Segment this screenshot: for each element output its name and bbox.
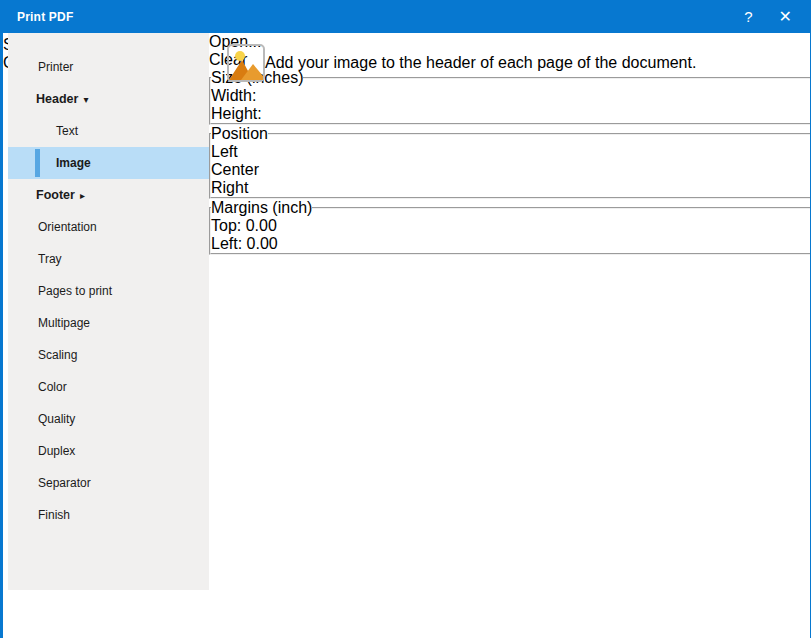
- sidebar-item-label: Header: [8, 92, 78, 106]
- height-label: Height:: [211, 105, 262, 122]
- image-icon: [227, 44, 265, 82]
- sidebar-item-label: Multipage: [8, 316, 90, 330]
- chevron-down-icon: ▾: [83, 94, 88, 105]
- sidebar-item-scaling[interactable]: Scaling: [8, 339, 209, 371]
- sidebar-item-text[interactable]: Text: [8, 115, 209, 147]
- close-icon[interactable]: ✕: [779, 9, 792, 25]
- sidebar-item-tray[interactable]: Tray: [8, 243, 209, 275]
- sidebar-item-separator[interactable]: Separator: [8, 467, 209, 499]
- sidebar-item-label: Tray: [8, 252, 62, 266]
- main-content: Add your image to the header of each pag…: [209, 33, 811, 590]
- title-bar: Print PDF ? ✕: [0, 0, 811, 33]
- margins-group: Margins (inch) Top: 0.00 Left: 0.00: [209, 199, 811, 255]
- sidebar-item-label: Footer: [8, 188, 75, 202]
- position-group-legend: Position: [211, 125, 268, 143]
- sidebar-item-label: Separator: [8, 476, 91, 490]
- sidebar-item-label: Image: [8, 156, 91, 170]
- margin-left-value: 0.00: [247, 235, 278, 252]
- sidebar-section-header[interactable]: Header ▾: [8, 83, 209, 115]
- position-right-label: Right: [211, 179, 248, 196]
- sidebar-item-pages-to-print[interactable]: Pages to print: [8, 275, 209, 307]
- width-label: Width:: [211, 87, 256, 104]
- position-center-label: Center: [211, 161, 259, 178]
- sidebar-item-multipage[interactable]: Multipage: [8, 307, 209, 339]
- sidebar-item-label: Printer: [8, 60, 73, 74]
- sidebar-item-quality[interactable]: Quality: [8, 403, 209, 435]
- margin-top-label: Top:: [211, 217, 241, 234]
- margin-top-value: 0.00: [246, 217, 277, 234]
- margin-top-stepper[interactable]: 0.00: [246, 217, 277, 234]
- sidebar-item-label: Scaling: [8, 348, 77, 362]
- sidebar-item-finish[interactable]: Finish: [8, 499, 209, 531]
- margin-left-stepper[interactable]: 0.00: [247, 235, 278, 252]
- position-center-button[interactable]: Center: [211, 161, 811, 179]
- sidebar-item-label: Duplex: [8, 444, 75, 458]
- position-group: Position Left Center Right: [209, 125, 811, 199]
- sidebar-item-label: Finish: [8, 508, 70, 522]
- page-title: Add your image to the header of each pag…: [265, 54, 696, 72]
- sidebar-item-label: Orientation: [8, 220, 97, 234]
- sidebar-nav: Printer Header ▾ Text Image Footer ▸ Ori…: [8, 33, 209, 590]
- position-left-button[interactable]: Left: [211, 143, 811, 161]
- position-right-button[interactable]: Right: [211, 179, 811, 197]
- sidebar-item-label: Quality: [8, 412, 75, 426]
- window-title: Print PDF: [0, 10, 73, 24]
- print-pdf-dialog: Print PDF ? ✕ Printer Header ▾ Text Imag…: [0, 0, 811, 638]
- sidebar-item-image[interactable]: Image: [8, 147, 209, 179]
- chevron-right-icon: ▸: [80, 190, 85, 201]
- sidebar-item-label: Pages to print: [8, 284, 112, 298]
- sidebar-item-printer[interactable]: Printer: [8, 51, 209, 83]
- sidebar-item-duplex[interactable]: Duplex: [8, 435, 209, 467]
- sidebar-section-footer[interactable]: Footer ▸: [8, 179, 209, 211]
- margin-left-label: Left:: [211, 235, 242, 252]
- margins-group-legend: Margins (inch): [211, 199, 312, 217]
- position-left-label: Left: [211, 143, 238, 160]
- help-icon[interactable]: ?: [744, 9, 752, 24]
- sidebar-item-color[interactable]: Color: [8, 371, 209, 403]
- sidebar-item-label: Text: [8, 124, 78, 138]
- sidebar-item-label: Color: [8, 380, 67, 394]
- sidebar-item-orientation[interactable]: Orientation: [8, 211, 209, 243]
